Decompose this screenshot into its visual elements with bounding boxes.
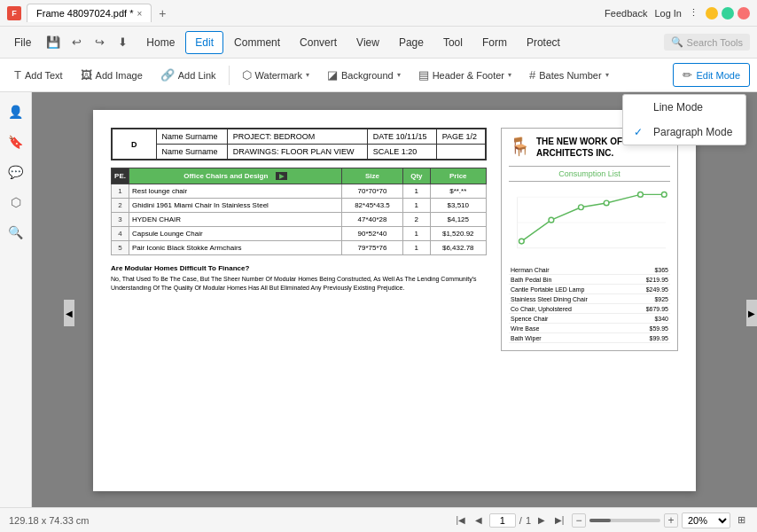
edit-mode-icon: ✏ xyxy=(683,68,692,82)
table-row: 4 Capsule Lounge Chair 90*52*40 1 $1,520… xyxy=(112,227,487,241)
col-qty: Qty xyxy=(403,168,430,184)
add-link-icon: 🔗 xyxy=(160,68,175,82)
menu-bar: File 💾 ↩ ↪ ⬇ Home Edit Comment Convert V… xyxy=(0,27,757,59)
more-options-button[interactable]: ⋮ xyxy=(689,7,698,19)
row-num: 1 xyxy=(112,184,129,199)
background-button[interactable]: ◪ Background ▾ xyxy=(320,64,408,86)
bates-number-button[interactable]: # Bates Number ▾ xyxy=(522,64,616,86)
header-footer-button[interactable]: ▤ Header & Footer ▾ xyxy=(411,64,519,86)
price-item-name: Wire Base xyxy=(509,324,631,333)
empty-cell xyxy=(436,145,486,160)
last-page-button[interactable]: ▶| xyxy=(552,513,566,528)
download-icon[interactable]: ⬇ xyxy=(113,33,132,52)
svg-point-8 xyxy=(638,192,644,198)
edit-mode-button[interactable]: ✏ Edit Mode xyxy=(673,63,750,87)
price-row: Wire Base $59.95 xyxy=(509,324,670,333)
svg-point-5 xyxy=(549,217,554,223)
add-tab-button[interactable]: + xyxy=(153,4,171,22)
add-link-button[interactable]: 🔗 Add Link xyxy=(153,64,223,86)
feedback-button[interactable]: Feedback xyxy=(605,8,647,19)
sidebar-icon-bookmark[interactable]: 🔖 xyxy=(4,129,28,154)
price-row: Herman Chair $365 xyxy=(509,265,670,275)
sidebar-icon-layers[interactable]: ⬡ xyxy=(4,190,28,215)
chart-svg xyxy=(509,187,670,258)
watermark-button[interactable]: ⬡ Watermark ▾ xyxy=(235,64,316,86)
menu-edit[interactable]: Edit xyxy=(185,31,223,54)
right-collapse-button[interactable]: ▶ xyxy=(746,300,757,326)
zoom-in-button[interactable]: + xyxy=(664,513,678,528)
row-price: $4,125 xyxy=(430,213,487,227)
zoom-select[interactable]: 20% 50% 75% 100% xyxy=(682,512,730,528)
menu-tool[interactable]: Tool xyxy=(434,32,472,53)
prev-page-button[interactable]: ◀ xyxy=(472,513,486,528)
pdf-left-column: D Name Surname PROJECT: BEDROOM DATE 10/… xyxy=(111,128,487,351)
consumption-title: Consumption List xyxy=(509,166,670,182)
zoom-out-button[interactable]: − xyxy=(572,513,586,528)
search-icon: 🔍 xyxy=(671,36,683,48)
first-page-button[interactable]: |◀ xyxy=(454,513,468,528)
sidebar-icon-user[interactable]: 👤 xyxy=(4,99,28,124)
svg-point-7 xyxy=(604,200,609,206)
menu-page[interactable]: Page xyxy=(390,32,433,53)
row-size: 79*75*76 xyxy=(341,241,402,255)
sidebar-icon-search[interactable]: 🔍 xyxy=(4,220,28,245)
paragraph-mode-option[interactable]: ✓ Paragraph Mode xyxy=(623,120,745,145)
close-button[interactable] xyxy=(737,7,750,20)
add-image-button[interactable]: 🖼 Add Image xyxy=(74,64,150,86)
search-tools[interactable]: 🔍 Search Tools xyxy=(664,34,750,51)
next-page-button[interactable]: ▶ xyxy=(535,513,549,528)
arrow-indicator: ▶ xyxy=(276,172,287,180)
left-sidebar: 👤 🔖 💬 ⬡ 🔍 xyxy=(0,92,32,507)
line-mode-option[interactable]: Line Mode xyxy=(623,95,745,120)
row-name: Ghidini 1961 Miami Chair In Stainless St… xyxy=(129,199,342,213)
menu-comment[interactable]: Comment xyxy=(225,32,289,53)
table-row: 3 HYDEN CHAIR 47*40*28 2 $4,125 xyxy=(112,213,487,227)
menu-view[interactable]: View xyxy=(347,32,388,53)
price-item-value: $925 xyxy=(631,294,670,304)
file-menu[interactable]: File xyxy=(7,33,38,52)
page-number-input[interactable] xyxy=(489,513,516,528)
col-pe: PE. xyxy=(112,168,129,184)
col-size: Size xyxy=(341,168,402,184)
sidebar-icon-comment[interactable]: 💬 xyxy=(4,160,28,184)
row-name: Pair Iconic Black Stokke Armchairs xyxy=(129,241,342,255)
zoom-slider-track xyxy=(589,519,611,522)
right-panel: 🪑 THE NEW WORK OF KLAN ARCHITECTS INC. C… xyxy=(501,128,678,351)
add-text-button[interactable]: T Add Text xyxy=(7,64,70,86)
pdf-content: D Name Surname PROJECT: BEDROOM DATE 10/… xyxy=(111,128,678,351)
row-size: 82*45*43.5 xyxy=(341,199,402,213)
add-text-icon: T xyxy=(14,68,21,82)
row-price: $**.** xyxy=(430,184,487,199)
price-item-value: $249.95 xyxy=(631,285,670,294)
bates-icon: # xyxy=(529,68,535,82)
row-qty: 1 xyxy=(403,241,430,255)
menu-protect[interactable]: Protect xyxy=(518,32,569,53)
maximize-button[interactable] xyxy=(722,7,734,20)
undo-icon[interactable]: ↩ xyxy=(66,33,86,52)
doc-header-table: D Name Surname PROJECT: BEDROOM DATE 10/… xyxy=(111,128,487,160)
price-item-name: Co Chair, Upholstered xyxy=(509,304,631,314)
col-price: Price xyxy=(430,168,487,184)
price-item-value: $59.95 xyxy=(631,324,670,333)
active-tab[interactable]: Frame 48097024.pdf * × xyxy=(27,4,152,22)
left-collapse-button[interactable]: ◀ xyxy=(64,300,74,326)
fit-page-button[interactable]: ⊞ xyxy=(734,513,748,528)
minimize-button[interactable] xyxy=(706,7,718,20)
tab-label: Frame 48097024.pdf * xyxy=(36,8,133,19)
row-num: 2 xyxy=(112,199,129,213)
scale: SCALE 1:20 xyxy=(367,145,436,160)
title-bar-left: F Frame 48097024.pdf * × + xyxy=(7,4,605,22)
menu-convert[interactable]: Convert xyxy=(291,32,346,53)
menu-home[interactable]: Home xyxy=(137,32,183,53)
title-bar-right: Feedback Log In ⋮ xyxy=(605,7,750,20)
menu-form[interactable]: Form xyxy=(473,32,516,53)
zoom-slider[interactable] xyxy=(589,519,660,522)
table-row: 5 Pair Iconic Black Stokke Armchairs 79*… xyxy=(112,241,487,255)
redo-icon[interactable]: ↪ xyxy=(90,33,109,52)
price-item-value: $219.95 xyxy=(631,275,670,285)
login-button[interactable]: Log In xyxy=(654,8,682,19)
name-surname-2: Name Surname xyxy=(156,145,227,160)
close-tab-button[interactable]: × xyxy=(137,9,142,19)
save-icon[interactable]: 💾 xyxy=(43,33,63,52)
window-controls xyxy=(706,7,750,20)
